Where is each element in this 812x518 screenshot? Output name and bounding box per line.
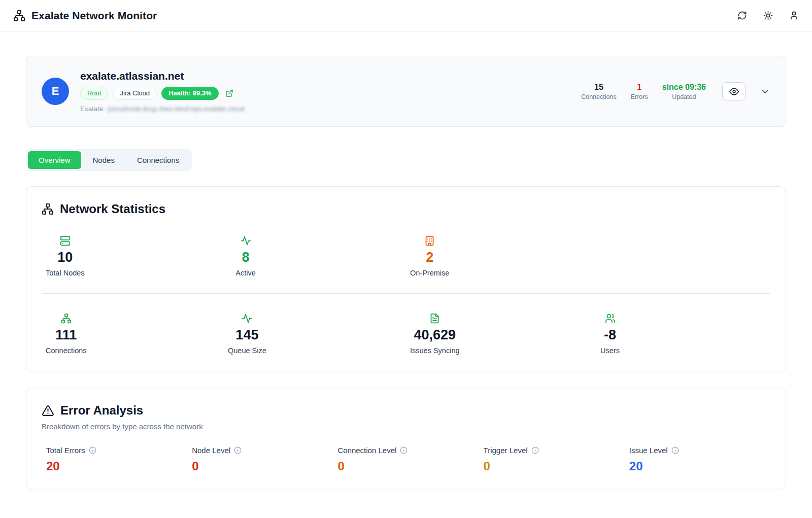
stat-issues-syncing: 40,629 Issues Syncing — [410, 313, 460, 355]
activity-icon — [241, 235, 251, 246]
stat-label: On-Premise — [410, 269, 449, 277]
app-title: Exalate Network Monitor — [31, 10, 157, 22]
exalate-url-value: jcloudnode-jhug-zhex-bhof-tqio.exalate.c… — [108, 105, 245, 113]
watch-node-button[interactable] — [722, 82, 746, 100]
exalate-url-label: Exalate: — [80, 105, 105, 113]
node-quick-stats: 15 Connections 1 Errors since 09:36 Upda… — [581, 82, 770, 100]
stat-value: 8 — [242, 251, 249, 264]
stat-on-premise: 2 On-Premise — [410, 235, 449, 277]
stat-value: -8 — [604, 328, 616, 342]
error-stat-label: Trigger Level — [484, 446, 528, 455]
stat-connections: 111 Connections — [46, 313, 87, 355]
stat-label: Active — [235, 269, 256, 277]
user-menu-button[interactable] — [789, 11, 799, 20]
error-stat-value: 0 — [192, 460, 333, 472]
tab-bar: Overview Nodes Connections — [26, 149, 192, 171]
stat-label: Users — [600, 347, 620, 355]
error-analysis-subtitle: Breakdown of errors by type across the n… — [42, 422, 770, 431]
error-stat-node-level: Node Level 0 — [187, 446, 333, 472]
error-analysis-card: Error Analysis Breakdown of errors by ty… — [26, 388, 786, 490]
error-stat-label: Connection Level — [337, 446, 396, 455]
node-avatar: E — [42, 78, 69, 105]
stat-label: Total Nodes — [46, 269, 85, 277]
errors-count-label: Errors — [631, 93, 648, 100]
top-bar: Exalate Network Monitor — [0, 0, 812, 31]
error-stat-value: 20 — [629, 460, 770, 472]
root-badge: Root — [80, 87, 108, 100]
info-icon[interactable] — [234, 446, 242, 454]
updated-since: since 09:36 — [662, 83, 706, 92]
error-stat-issue-level: Issue Level 20 — [625, 446, 770, 472]
error-stats-row: Total Errors 20 Node Level 0 Connection … — [42, 446, 770, 472]
node-badges: Root Jira Cloud Health: 99.3% — [80, 87, 244, 100]
file-text-icon — [429, 313, 440, 324]
network-statistics-title: Network Statistics — [60, 202, 165, 216]
connections-count-label: Connections — [581, 93, 617, 100]
error-stat-value: 0 — [337, 460, 479, 472]
network-icon — [13, 10, 25, 22]
error-stat-total-errors: Total Errors 20 — [42, 446, 187, 472]
updated-mini-stat: since 09:36 Updated — [662, 83, 706, 100]
error-stat-value: 0 — [484, 460, 625, 472]
tab-connections[interactable]: Connections — [126, 151, 190, 169]
warning-icon — [42, 404, 54, 417]
stat-active: 8 Active — [228, 235, 263, 277]
stat-value: 111 — [55, 328, 77, 342]
stats-row-1: 10 Total Nodes 8 Active 2 On-Premise — [42, 235, 770, 277]
activity-icon — [242, 313, 252, 324]
users-icon — [605, 313, 616, 324]
exalate-url-line: Exalate: jcloudnode-jhug-zhex-bhof-tqio.… — [80, 105, 244, 113]
stats-row-2: 111 Connections 145 Queue Size 40,629 Is… — [42, 313, 770, 355]
error-stat-trigger-level: Trigger Level 0 — [479, 446, 625, 472]
refresh-button[interactable] — [737, 11, 747, 20]
stat-value: 40,629 — [414, 328, 456, 342]
expand-node-button[interactable] — [760, 86, 770, 97]
top-bar-actions — [737, 11, 799, 20]
node-summary: E exalate.atlassian.net Root Jira Cloud … — [42, 70, 244, 113]
info-icon[interactable] — [671, 446, 679, 454]
network-icon — [42, 203, 54, 215]
connections-mini-stat: 15 Connections — [581, 83, 617, 100]
theme-toggle-button[interactable] — [763, 11, 773, 20]
info-icon[interactable] — [531, 446, 539, 454]
stat-queue-size: 145 Queue Size — [228, 313, 266, 355]
network-statistics-card: Network Statistics 10 Total Nodes 8 Acti… — [26, 186, 786, 372]
tab-nodes[interactable]: Nodes — [82, 151, 125, 169]
connections-count: 15 — [581, 83, 617, 92]
node-type-badge: Jira Cloud — [113, 87, 157, 100]
app-brand: Exalate Network Monitor — [13, 10, 157, 22]
stats-divider — [42, 293, 770, 294]
eye-icon — [729, 87, 739, 96]
errors-mini-stat: 1 Errors — [631, 83, 648, 100]
stat-value: 145 — [235, 328, 258, 342]
tab-overview[interactable]: Overview — [28, 151, 81, 169]
updated-label: Updated — [662, 93, 706, 100]
sun-icon — [763, 11, 773, 20]
error-stat-label: Issue Level — [629, 446, 668, 455]
network-icon — [61, 313, 72, 324]
external-link-icon — [225, 89, 233, 97]
errors-count: 1 — [631, 83, 648, 92]
stat-label: Queue Size — [228, 347, 266, 355]
chevron-down-icon — [760, 86, 770, 97]
page-content: E exalate.atlassian.net Root Jira Cloud … — [0, 31, 812, 510]
error-stat-connection-level: Connection Level 0 — [333, 446, 479, 472]
stat-total-nodes: 10 Total Nodes — [46, 235, 85, 277]
external-link-button[interactable] — [225, 89, 233, 97]
error-stat-label: Node Level — [192, 446, 230, 455]
stat-label: Connections — [46, 347, 87, 355]
node-title: exalate.atlassian.net — [80, 70, 244, 82]
stat-value: 2 — [426, 251, 433, 264]
health-badge: Health: 99.3% — [161, 87, 219, 100]
root-node-card: E exalate.atlassian.net Root Jira Cloud … — [26, 56, 786, 127]
stat-users: -8 Users — [592, 313, 628, 355]
error-stat-label: Total Errors — [46, 446, 85, 455]
info-icon[interactable] — [400, 446, 408, 454]
error-analysis-title: Error Analysis — [60, 403, 143, 418]
stat-label: Issues Syncing — [410, 347, 460, 355]
error-stat-value: 20 — [46, 460, 187, 472]
server-icon — [60, 235, 71, 246]
refresh-icon — [737, 11, 747, 20]
info-icon[interactable] — [89, 446, 96, 454]
building-icon — [424, 235, 435, 246]
